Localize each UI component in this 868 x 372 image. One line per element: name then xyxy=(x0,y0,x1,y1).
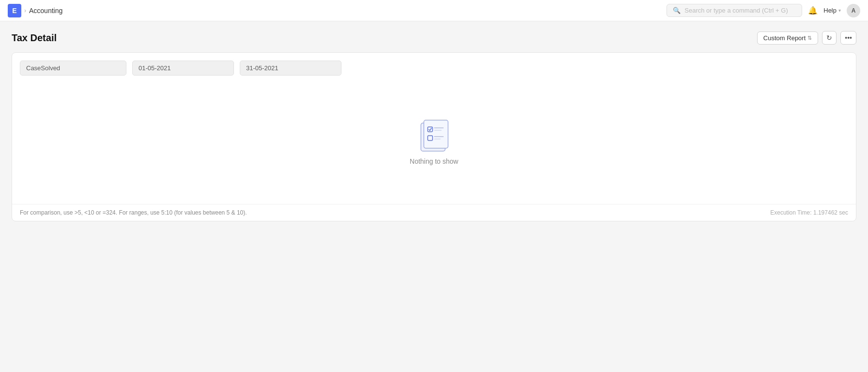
help-button[interactable]: Help ▾ xyxy=(823,7,841,14)
svg-rect-1 xyxy=(424,120,448,148)
date-from-filter[interactable]: 01-05-2021 xyxy=(132,61,234,76)
company-filter[interactable]: CaseSolved xyxy=(20,61,126,76)
page-content: Tax Detail Custom Report ⇅ ↻ ••• CaseSol… xyxy=(0,21,868,372)
empty-state-text: Nothing to show xyxy=(410,157,458,165)
custom-report-label: Custom Report xyxy=(763,34,806,42)
breadcrumb-separator: › xyxy=(24,7,26,14)
refresh-button[interactable]: ↻ xyxy=(822,31,837,45)
filters-row: CaseSolved 01-05-2021 31-05-2021 xyxy=(12,53,856,83)
empty-state: Nothing to show xyxy=(12,83,856,204)
chevron-down-icon: ▾ xyxy=(838,8,841,13)
header-actions: Custom Report ⇅ ↻ ••• xyxy=(757,31,856,45)
search-box[interactable]: 🔍 Search or type a command (Ctrl + G) xyxy=(666,4,802,17)
execution-time: Execution Time: 1.197462 sec xyxy=(770,209,848,216)
search-placeholder: Search or type a command (Ctrl + G) xyxy=(684,7,788,14)
app-logo[interactable]: E xyxy=(8,4,21,17)
topnav-right: 🔍 Search or type a command (Ctrl + G) 🔔 … xyxy=(666,4,860,17)
avatar[interactable]: A xyxy=(847,4,860,17)
notification-bell-icon[interactable]: 🔔 xyxy=(808,6,818,15)
footer-hint: For comparison, use >5, <10 or =324. For… xyxy=(20,209,247,216)
breadcrumb-page-name: Accounting xyxy=(29,7,62,15)
page-header: Tax Detail Custom Report ⇅ ↻ ••• xyxy=(12,31,856,45)
date-to-filter[interactable]: 31-05-2021 xyxy=(240,61,341,76)
more-icon: ••• xyxy=(845,34,852,42)
page-title: Tax Detail xyxy=(12,32,57,44)
more-options-button[interactable]: ••• xyxy=(840,31,856,45)
top-navigation: E › Accounting 🔍 Search or type a comman… xyxy=(0,0,868,21)
sort-icon: ⇅ xyxy=(807,35,812,41)
empty-state-icon xyxy=(412,112,456,157)
refresh-icon: ↻ xyxy=(826,34,832,42)
content-card: CaseSolved 01-05-2021 31-05-2021 xyxy=(12,52,856,221)
card-footer: For comparison, use >5, <10 or =324. For… xyxy=(12,204,856,221)
search-icon: 🔍 xyxy=(673,7,681,14)
custom-report-button[interactable]: Custom Report ⇅ xyxy=(757,31,818,45)
breadcrumb: E › Accounting xyxy=(8,4,62,17)
